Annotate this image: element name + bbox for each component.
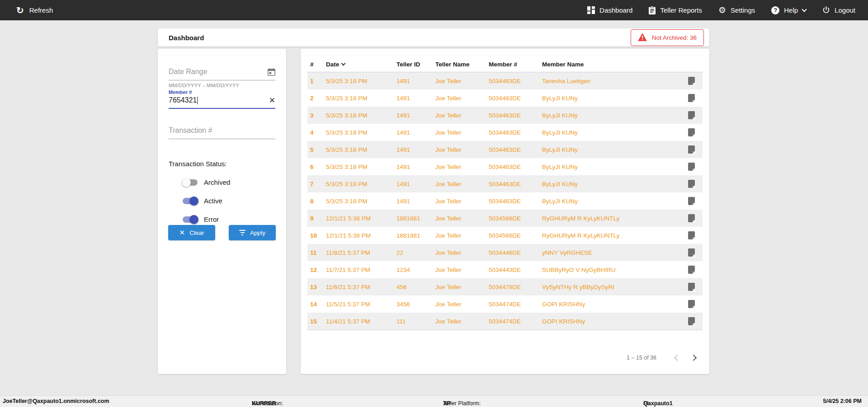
col-teller-name[interactable]: Teller Name: [435, 61, 489, 68]
note-icon[interactable]: [688, 300, 695, 308]
note-icon[interactable]: [688, 128, 695, 136]
col-date[interactable]: Date: [326, 61, 396, 68]
toggle-knob: [189, 215, 198, 224]
table-row[interactable]: 1511/4/21 5:37 PM111Joe Teller5034474DEG…: [307, 313, 703, 330]
cell-tname: Joe Teller: [435, 232, 489, 239]
nav-dashboard[interactable]: Dashboard: [587, 6, 632, 14]
note-icon[interactable]: [688, 317, 695, 325]
table-row[interactable]: 35/3/25 3:18 PM1491Joe Teller5034463DEBy…: [307, 107, 703, 124]
cell-mname: ByLyJI KUNy: [542, 164, 680, 170]
table-row[interactable]: 25/3/25 3:18 PM1491Joe Teller5034463DEBy…: [307, 89, 703, 107]
nav-settings[interactable]: ⚙ Settings: [718, 6, 755, 14]
table-row[interactable]: 75/3/25 3:18 PM1491Joe Teller5034463DEBy…: [307, 175, 703, 192]
page-header: Dashboard Not Archived: 36: [158, 28, 709, 47]
note-icon[interactable]: [688, 197, 695, 205]
note-icon[interactable]: [688, 145, 695, 154]
member-label: Member #: [169, 89, 275, 95]
cell-tid: 1491: [396, 112, 435, 119]
col-member-number[interactable]: Member #: [489, 61, 542, 68]
clear-button[interactable]: ✕ Clear: [168, 225, 215, 240]
cell-tname: Joe Teller: [435, 318, 489, 325]
cell-tname: Joe Teller: [435, 249, 489, 256]
table-row[interactable]: 1012/1/21 5:38 PM1881881Joe Teller503456…: [307, 227, 703, 244]
nav-dashboard-label: Dashboard: [599, 6, 632, 14]
note-icon[interactable]: [688, 77, 695, 85]
cell-tid: 22: [396, 249, 435, 256]
cell-tid: 456: [396, 284, 435, 290]
refresh-label: Refresh: [29, 6, 53, 14]
note-icon[interactable]: [688, 231, 695, 239]
note-icon[interactable]: [688, 163, 695, 171]
toggle-knob: [182, 178, 191, 187]
clipboard-icon: [649, 6, 656, 14]
clear-button-label: Clear: [189, 229, 204, 236]
cell-mname: Tanesha Luettgen: [542, 78, 680, 84]
note-icon[interactable]: [688, 180, 695, 188]
not-archived-badge[interactable]: Not Archived: 36: [631, 29, 704, 46]
nav-logout[interactable]: Logout: [822, 6, 855, 14]
nav-help[interactable]: ? Help: [771, 6, 806, 14]
col-member-name[interactable]: Member Name: [542, 61, 680, 68]
cell-mname: GOPI KRISHNy: [542, 318, 680, 325]
cell-num: 15: [310, 318, 326, 325]
col-number[interactable]: #: [310, 61, 326, 68]
note-icon[interactable]: [688, 111, 695, 119]
refresh-button[interactable]: ↻ Refresh: [0, 6, 53, 15]
table-row[interactable]: 15/3/25 3:18 PM1491Joe Teller5034463DETa…: [307, 72, 703, 89]
cell-num: 7: [310, 181, 326, 187]
nav-teller-reports-label: Teller Reports: [660, 6, 702, 14]
cell-num: 12: [310, 267, 326, 273]
note-icon[interactable]: [688, 94, 695, 102]
col-teller-id[interactable]: Teller ID: [396, 61, 435, 68]
calendar-icon[interactable]: [268, 68, 275, 76]
cell-mnum: 5034463DE: [489, 198, 542, 205]
table-row[interactable]: 55/3/25 3:18 PM1491Joe Teller5034463DEBy…: [307, 141, 703, 158]
cell-mnum: 5034463DE: [489, 95, 542, 102]
member-input[interactable]: 7654321: [169, 96, 197, 104]
table-row[interactable]: 1311/6/21 5:37 PM456Joe Teller5034479DEV…: [307, 278, 703, 295]
previous-page-button[interactable]: [668, 350, 684, 366]
table-row[interactable]: 65/3/25 3:18 PM1491Joe Teller5034463DEBy…: [307, 158, 703, 175]
toggle-error[interactable]: Error: [183, 215, 275, 223]
date-range-field[interactable]: Date Range MM/DD/YYYY – MM/DD/YYYY: [169, 68, 275, 88]
pagination-range: 1 – 15 of 36: [627, 355, 656, 361]
toggle-active[interactable]: Active: [183, 197, 275, 205]
cell-tname: Joe Teller: [435, 301, 489, 308]
note-icon[interactable]: [688, 283, 695, 291]
cell-mnum: 5034446DE: [489, 249, 542, 256]
note-icon[interactable]: [688, 266, 695, 274]
apply-button[interactable]: Apply: [229, 225, 276, 240]
cell-tid: 1881881: [396, 215, 435, 222]
cell-tid: 1491: [396, 95, 435, 102]
cell-date: 5/3/25 3:18 PM: [326, 164, 396, 170]
table-row[interactable]: 85/3/25 3:18 PM1491Joe Teller5034463DEBy…: [307, 192, 703, 210]
table-row[interactable]: 1411/5/21 5:37 PM3456Joe Teller5034474DE…: [307, 295, 703, 313]
toggle-track: [183, 216, 198, 223]
cell-tname: Joe Teller: [435, 164, 489, 170]
nav-teller-reports[interactable]: Teller Reports: [649, 6, 702, 14]
next-page-button[interactable]: [686, 350, 703, 366]
cell-tid: 1491: [396, 129, 435, 136]
cell-tname: Joe Teller: [435, 267, 489, 273]
table-row[interactable]: 45/3/25 3:18 PM1491Joe Teller5034463DEBy…: [307, 124, 703, 141]
apply-button-label: Apply: [250, 229, 265, 236]
nav-help-label: Help: [784, 6, 798, 14]
note-icon[interactable]: [688, 248, 695, 257]
cell-num: 3: [310, 112, 326, 119]
cell-tname: Joe Teller: [435, 146, 489, 153]
cell-num: 2: [310, 95, 326, 102]
table-row[interactable]: 1211/7/21 5:37 PM1234Joe Teller5034443DE…: [307, 261, 703, 278]
note-icon[interactable]: [688, 214, 695, 222]
cell-mname: RyGHURyM R KyLyKUNTLy: [542, 215, 680, 222]
cell-date: 5/3/25 3:18 PM: [326, 146, 396, 153]
transaction-field[interactable]: Transaction #: [169, 126, 275, 139]
power-icon: [822, 6, 830, 14]
status-bar: JoeTeller@Qaxpauto1.onmicrosoft.com Work…: [0, 395, 868, 407]
table-row[interactable]: 1111/8/21 5:37 PM22Joe Teller5034446DEyN…: [307, 244, 703, 261]
table-row[interactable]: 912/1/21 5:38 PM1881881Joe Teller5034566…: [307, 210, 703, 227]
clear-member-icon[interactable]: ✕: [269, 97, 275, 104]
transaction-placeholder: Transaction #: [169, 126, 212, 135]
cell-mnum: 5034443DE: [489, 267, 542, 273]
cell-mname: ByLyJI KUNy: [542, 129, 680, 136]
toggle-archived[interactable]: Archived: [183, 178, 275, 186]
